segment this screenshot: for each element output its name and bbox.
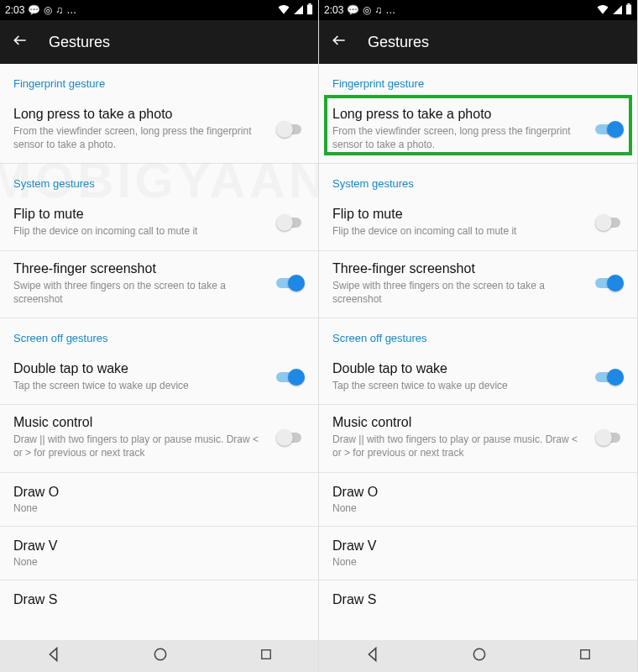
svg-rect-4: [626, 4, 631, 14]
setting-long-press-photo[interactable]: Long press to take a photo From the view…: [0, 97, 318, 164]
more-icon: …: [66, 4, 76, 16]
status-time: 2:03: [324, 4, 343, 16]
nav-bar: [319, 640, 637, 672]
setting-subtitle: None: [332, 556, 624, 568]
svg-point-6: [474, 648, 485, 659]
setting-title: Long press to take a photo: [332, 107, 587, 122]
toggle-double-tap-wake[interactable]: [595, 369, 624, 386]
music-icon: ♫: [55, 4, 63, 16]
setting-title: Double tap to wake: [332, 361, 587, 376]
toggle-music-control[interactable]: [276, 429, 305, 446]
setting-subtitle: None: [332, 502, 624, 514]
toggle-flip-to-mute[interactable]: [276, 214, 305, 231]
setting-music-control[interactable]: Music control Draw || with two fingers t…: [319, 405, 637, 472]
setting-three-finger-screenshot[interactable]: Three-finger screenshot Swipe with three…: [319, 251, 637, 318]
status-time: 2:03: [5, 4, 24, 16]
settings-list[interactable]: Fingerprint gesture Long press to take a…: [319, 64, 637, 640]
toggle-double-tap-wake[interactable]: [276, 369, 305, 386]
nav-back-icon[interactable]: [44, 645, 63, 667]
setting-flip-to-mute[interactable]: Flip to mute Flip the device on incoming…: [319, 197, 637, 250]
setting-double-tap-wake[interactable]: Double tap to wake Tap the screen twice …: [0, 351, 318, 405]
wifi-icon: [597, 4, 609, 17]
battery-icon: [306, 3, 313, 18]
battery-icon: [625, 3, 632, 18]
setting-subtitle: Draw || with two fingers to play or paus…: [13, 433, 268, 459]
setting-title: Draw S: [332, 592, 624, 607]
chat-icon: 💬: [347, 4, 359, 16]
setting-subtitle: From the viewfinder screen, long press t…: [332, 124, 587, 151]
status-bar: 2:03 💬 ◎ ♫ …: [319, 0, 637, 20]
setting-subtitle: Tap the screen twice to wake up device: [13, 379, 268, 392]
chat-icon: 💬: [28, 4, 40, 16]
setting-subtitle: Draw || with two fingers to play or paus…: [332, 433, 587, 459]
setting-draw-o[interactable]: Draw O None: [0, 473, 318, 527]
setting-music-control[interactable]: Music control Draw || with two fingers t…: [0, 405, 318, 472]
phone-screenshot-left: MOBIGYAAN 2:03 💬 ◎ ♫ … Gestures Fingerpr: [0, 0, 319, 672]
setting-subtitle: None: [13, 556, 305, 568]
wifi-icon: [278, 4, 290, 17]
setting-three-finger-screenshot[interactable]: Three-finger screenshot Swipe with three…: [0, 251, 318, 318]
toggle-long-press-photo[interactable]: [595, 121, 624, 138]
setting-title: Draw S: [13, 592, 305, 607]
setting-title: Flip to mute: [13, 207, 268, 222]
toggle-three-finger-screenshot[interactable]: [595, 275, 624, 291]
phone-screenshot-right: 2:03 💬 ◎ ♫ … Gestures Fingerprint gestur…: [319, 0, 638, 672]
setting-draw-o[interactable]: Draw O None: [319, 473, 637, 527]
section-header-system: System gestures: [319, 164, 637, 197]
setting-title: Music control: [332, 415, 587, 430]
setting-title: Double tap to wake: [13, 361, 268, 376]
svg-rect-1: [308, 3, 311, 5]
status-bar: 2:03 💬 ◎ ♫ …: [0, 0, 318, 20]
setting-subtitle: Flip the device on incoming call to mute…: [13, 224, 268, 238]
section-header-system: System gestures: [0, 164, 318, 197]
svg-rect-7: [581, 650, 590, 659]
section-header-fingerprint: Fingerprint gesture: [0, 64, 318, 97]
setting-draw-v[interactable]: Draw V None: [319, 527, 637, 580]
setting-title: Three-finger screenshot: [13, 261, 268, 276]
setting-subtitle: Swipe with three fingers on the screen t…: [332, 279, 587, 306]
app-bar: Gestures: [319, 20, 637, 64]
setting-draw-s[interactable]: Draw S: [0, 580, 318, 622]
signal-icon: [612, 4, 622, 17]
toggle-music-control[interactable]: [595, 429, 624, 446]
setting-title: Draw V: [332, 538, 624, 554]
setting-subtitle: Flip the device on incoming call to mute…: [332, 224, 587, 238]
svg-rect-0: [307, 4, 312, 14]
setting-draw-s[interactable]: Draw S: [319, 580, 637, 622]
nav-home-icon[interactable]: [152, 646, 169, 666]
setting-title: Draw O: [332, 485, 624, 500]
nav-home-icon[interactable]: [471, 646, 488, 666]
nav-recent-icon[interactable]: [259, 647, 274, 665]
nav-recent-icon[interactable]: [578, 647, 593, 665]
section-header-screen-off: Screen off gestures: [0, 318, 318, 351]
instagram-icon: ◎: [363, 4, 371, 16]
instagram-icon: ◎: [44, 4, 52, 16]
setting-title: Long press to take a photo: [13, 107, 268, 122]
svg-rect-5: [627, 3, 630, 5]
setting-title: Draw V: [13, 538, 305, 554]
nav-bar: [0, 640, 318, 672]
nav-back-icon[interactable]: [363, 645, 382, 667]
toggle-three-finger-screenshot[interactable]: [276, 275, 305, 291]
toggle-long-press-photo[interactable]: [276, 121, 305, 138]
setting-title: Draw O: [13, 485, 305, 500]
setting-title: Three-finger screenshot: [332, 261, 587, 276]
back-icon[interactable]: [331, 32, 348, 52]
app-bar: Gestures: [0, 20, 318, 64]
section-header-screen-off: Screen off gestures: [319, 318, 637, 351]
page-title: Gestures: [49, 34, 110, 51]
setting-draw-v[interactable]: Draw V None: [0, 527, 318, 580]
music-icon: ♫: [374, 4, 382, 16]
page-title: Gestures: [368, 34, 429, 51]
setting-title: Flip to mute: [332, 207, 587, 222]
setting-flip-to-mute[interactable]: Flip to mute Flip the device on incoming…: [0, 197, 318, 250]
back-icon[interactable]: [12, 32, 29, 52]
toggle-flip-to-mute[interactable]: [595, 214, 624, 231]
svg-point-2: [155, 648, 166, 659]
svg-rect-3: [262, 650, 271, 659]
setting-subtitle: None: [13, 502, 305, 514]
setting-double-tap-wake[interactable]: Double tap to wake Tap the screen twice …: [319, 351, 637, 405]
settings-list[interactable]: Fingerprint gesture Long press to take a…: [0, 64, 318, 640]
setting-subtitle: From the viewfinder screen, long press t…: [13, 124, 268, 151]
setting-long-press-photo[interactable]: Long press to take a photo From the view…: [319, 97, 637, 164]
